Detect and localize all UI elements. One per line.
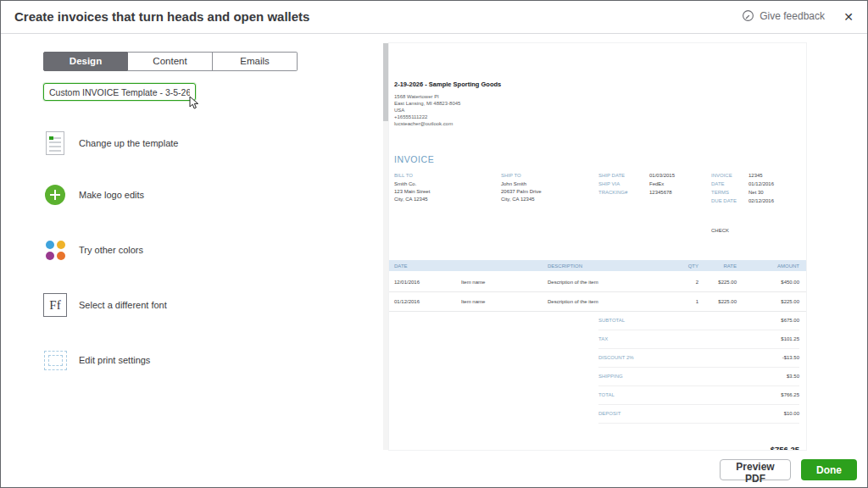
company-address-line: East Lansing, MI 48823-8045 (394, 101, 460, 106)
option-select-font[interactable]: Ff Select a different font (43, 291, 167, 319)
feedback-icon (742, 9, 754, 22)
cell-date: 01/12/2016 (394, 299, 420, 304)
doc-meta-label: TERMS (711, 190, 729, 195)
option-label: Edit print settings (79, 355, 150, 365)
column-header-amount: AMOUNT (740, 263, 799, 269)
logo-plus-icon (43, 183, 67, 207)
cell-rate: $225.00 (694, 299, 737, 304)
balance-due-value: $756.25 (715, 445, 799, 450)
option-label: Try other colors (79, 245, 143, 255)
doc-meta-value: Net 30 (748, 190, 764, 195)
bill-to-line: Smith Co. (394, 181, 416, 186)
template-icon (43, 131, 67, 155)
done-button[interactable]: Done (801, 459, 857, 480)
doc-meta-value: 12345 (748, 173, 763, 178)
scrollbar-thumb[interactable] (383, 43, 388, 121)
bill-to-label: BILL TO (394, 173, 413, 178)
total-label: TOTAL (598, 392, 615, 397)
option-edit-print-settings[interactable]: Edit print settings (43, 347, 150, 374)
doc-meta-value: 02/12/2016 (748, 198, 774, 203)
ship-to-line: 20637 Palm Drive (501, 189, 542, 194)
column-header-description: DESCRIPTION (548, 263, 582, 269)
total-label: DEPOSIT (598, 411, 620, 416)
total-value: -$13.50 (715, 355, 799, 360)
doc-meta-label: DATE (711, 181, 725, 186)
cell-description: Description of the item (548, 299, 598, 304)
cell-amount: $450.00 (740, 280, 799, 285)
cell-description: Description of the item (548, 280, 598, 285)
cell-item: Item name (461, 280, 485, 285)
ship-meta-value: 12345678 (649, 190, 672, 195)
preview-scrollbar[interactable] (383, 43, 388, 450)
ship-meta-label: SHIP DATE (598, 173, 625, 178)
doc-meta-value: 01/12/2016 (748, 181, 774, 186)
close-icon[interactable]: ✕ (843, 9, 854, 25)
ship-meta-label: TRACKING# (598, 190, 627, 195)
dialog-header: Create invoices that turn heads and open… (1, 1, 867, 34)
column-header-rate: RATE (694, 263, 737, 269)
column-header-date: DATE (394, 263, 408, 269)
totals-divider (598, 348, 799, 349)
option-try-other-colors[interactable]: Try other colors (43, 236, 143, 263)
total-label: DISCOUNT 2% (598, 355, 634, 360)
company-address-line: lucsteacher@outlook.com (394, 121, 453, 126)
preview-pdf-button[interactable]: Preview PDF (720, 459, 791, 480)
totals-divider (598, 367, 799, 368)
row-divider (389, 311, 806, 312)
total-value: $675.00 (715, 318, 799, 323)
cell-rate: $225.00 (694, 280, 737, 285)
customize-invoice-dialog: Create invoices that turn heads and open… (0, 0, 868, 488)
total-value: $766.25 (715, 392, 799, 397)
color-dots-icon (43, 238, 67, 262)
page-title: Create invoices that turn heads and open… (14, 9, 309, 24)
company-address-line: +16555111222 (394, 114, 427, 119)
option-change-template[interactable]: Change up the template (43, 130, 178, 157)
invoice-doc-title: INVOICE (394, 154, 434, 164)
option-label: Change up the template (79, 138, 178, 148)
total-label: TAX (598, 336, 608, 341)
ship-to-line: John Smith (501, 181, 526, 186)
total-value: $3.50 (715, 374, 799, 379)
tab-bar: Design Content Emails (43, 52, 298, 71)
company-address-line: USA (394, 108, 404, 113)
tab-content[interactable]: Content (128, 52, 213, 71)
cell-item: Item name (461, 299, 485, 304)
total-value: $101.25 (715, 336, 799, 341)
bill-to-line: City, CA 12345 (394, 197, 428, 202)
ship-to-line: City, CA 12345 (501, 197, 535, 202)
bill-to-line: 123 Main Street (394, 189, 430, 194)
template-name-input[interactable] (43, 83, 196, 101)
ship-meta-value: 01/03/2015 (649, 173, 675, 178)
doc-meta-label: DUE DATE (711, 198, 737, 203)
invoice-company-name: 2-19-2026 - Sample Sporting Goods (394, 80, 501, 88)
cell-qty: 2 (656, 280, 698, 285)
cell-date: 12/01/2016 (394, 280, 420, 285)
total-label: SHIPPING (598, 374, 623, 379)
option-make-logo-edits[interactable]: Make logo edits (43, 181, 144, 208)
give-feedback-button[interactable]: Give feedback (742, 9, 825, 22)
total-value: $10.00 (715, 411, 799, 416)
font-icon: Ff (43, 293, 67, 317)
feedback-label: Give feedback (760, 10, 825, 22)
ship-meta-label: SHIP VIA (598, 181, 620, 186)
print-settings-icon (43, 348, 67, 372)
totals-divider (598, 385, 799, 386)
tab-emails[interactable]: Emails (213, 52, 298, 71)
tab-design[interactable]: Design (43, 52, 128, 71)
totals-divider (598, 404, 799, 405)
ship-to-label: SHIP TO (501, 173, 521, 178)
option-label: Make logo edits (79, 190, 144, 200)
invoice-preview: 2-19-2026 - Sample Sporting Goods 1568 W… (389, 43, 806, 450)
company-address-line: 1568 Watertower Pl (394, 94, 438, 99)
totals-divider (598, 423, 799, 424)
cell-qty: 1 (656, 299, 698, 304)
table-header-row: DATE DESCRIPTION QTY RATE AMOUNT (389, 260, 806, 271)
row-divider (389, 291, 806, 292)
doc-meta-label: INVOICE (711, 173, 732, 178)
cell-amount: $225.00 (740, 299, 799, 304)
total-label: SUBTOTAL (598, 318, 625, 323)
totals-divider (598, 330, 799, 330)
payment-method: CHECK (711, 228, 729, 233)
option-label: Select a different font (79, 300, 167, 310)
column-header-qty: QTY (656, 263, 698, 269)
